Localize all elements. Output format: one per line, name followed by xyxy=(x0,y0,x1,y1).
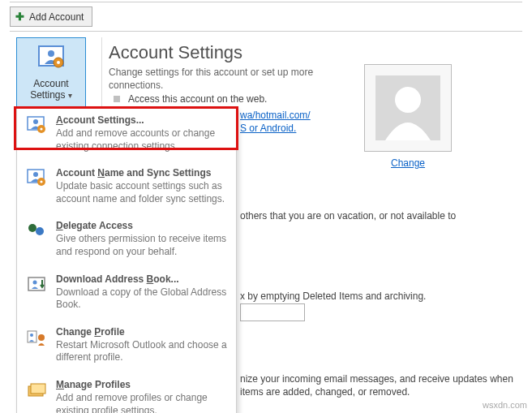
rules-partial-text: nize your incoming email messages, and r… xyxy=(240,373,516,398)
webmail-link[interactable]: wa/hotmail.com/ xyxy=(240,110,311,121)
svg-point-5 xyxy=(395,87,421,113)
svg-point-1 xyxy=(48,50,54,57)
page-subtitle: Change settings for this account or set … xyxy=(109,67,352,92)
account-settings-ribbon-button[interactable]: Account Settings ▾ xyxy=(16,37,86,109)
menu-item-download-ab[interactable]: Download Address Book... Download a copy… xyxy=(17,267,236,320)
menu-item-manage-profiles[interactable]: Manage Profiles Add and remove profiles … xyxy=(17,372,236,413)
account-gear-icon xyxy=(36,45,66,71)
svg-point-17 xyxy=(33,280,37,284)
add-account-button[interactable]: ✚ Add Account xyxy=(10,6,92,27)
menu-item-delegate[interactable]: Delegate Access Give others permission t… xyxy=(17,213,236,266)
svg-point-19 xyxy=(30,333,33,337)
mobile-link[interactable]: S or Android. xyxy=(240,123,296,134)
ribbon-button-label-2: Settings xyxy=(30,89,65,101)
svg-point-14 xyxy=(28,224,36,232)
svg-point-3 xyxy=(57,61,60,64)
cleanup-partial-text: x by emptying Deleted Items and archivin… xyxy=(240,290,467,302)
chevron-down-icon: ▾ xyxy=(68,91,72,100)
folders-icon xyxy=(26,381,47,400)
address-book-icon xyxy=(26,275,47,295)
people-icon xyxy=(26,222,47,241)
svg-point-15 xyxy=(36,227,44,235)
page-title: Account Settings xyxy=(109,42,242,63)
account-settings-dropdown: Account Settings... Add and remove accou… xyxy=(16,107,237,413)
ooo-partial-text: others that you are on vacation, or not … xyxy=(240,210,467,223)
svg-point-9 xyxy=(40,127,42,130)
plus-icon: ✚ xyxy=(15,11,24,23)
add-account-label: Add Account xyxy=(29,11,84,23)
svg-point-20 xyxy=(38,334,45,341)
svg-point-11 xyxy=(33,172,38,177)
change-avatar-link[interactable]: Change xyxy=(391,157,425,169)
access-web-text: Access this account on the web. xyxy=(128,93,267,105)
menu-item-account-settings[interactable]: Account Settings... Add and remove accou… xyxy=(17,108,236,161)
menu-item-change-profile[interactable]: Change Profile Restart Microsoft Outlook… xyxy=(17,320,236,372)
account-gear-icon xyxy=(26,116,47,136)
ribbon-button-label-1: Account xyxy=(33,78,68,89)
avatar xyxy=(364,64,452,152)
svg-point-7 xyxy=(33,119,38,124)
svg-rect-22 xyxy=(31,384,45,394)
person-icon xyxy=(375,75,440,140)
account-sync-icon xyxy=(26,169,47,188)
profile-swap-icon xyxy=(26,328,47,347)
menu-item-name-sync[interactable]: Account Name and Sync Settings Update ba… xyxy=(17,161,236,213)
bullet-icon xyxy=(114,96,120,102)
svg-point-13 xyxy=(40,181,42,183)
watermark: wsxdn.com xyxy=(483,400,527,410)
partial-input-box[interactable] xyxy=(240,303,305,321)
